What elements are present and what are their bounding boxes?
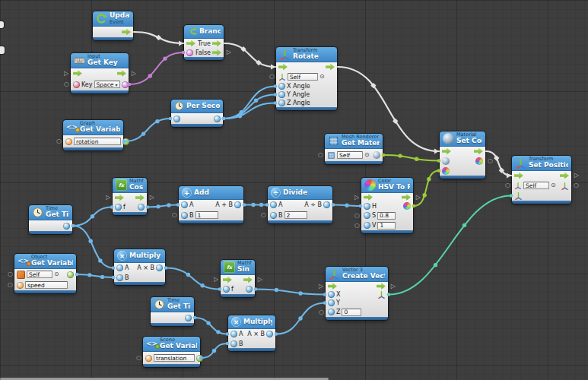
flow-port[interactable] <box>560 173 569 179</box>
node-cos[interactable]: fxMathfCos▷▷f <box>113 178 147 215</box>
flow-port[interactable] <box>135 195 145 201</box>
node-get-time-2[interactable]: TimeGet Time <box>151 297 194 326</box>
value-port-blue[interactable] <box>270 212 277 219</box>
field[interactable]: Self <box>337 151 363 159</box>
flow-port[interactable] <box>115 195 124 201</box>
vector3-port[interactable] <box>514 192 523 200</box>
value-port-blue[interactable] <box>173 116 180 122</box>
flow-port[interactable] <box>514 173 523 179</box>
field[interactable]: Self <box>523 182 549 189</box>
material-port[interactable] <box>442 157 450 165</box>
object-picker-icon[interactable]: ⊙ <box>319 74 325 80</box>
node-per-second[interactable]: Per Second <box>171 100 223 127</box>
flow-port[interactable] <box>364 194 373 201</box>
value-port-orange[interactable] <box>65 138 72 145</box>
value-port-blue[interactable] <box>266 331 273 337</box>
value-port-blue[interactable] <box>181 212 188 219</box>
value-port-blue[interactable] <box>230 340 237 347</box>
value-port-pink[interactable] <box>122 81 129 88</box>
node-get-variable-rotation[interactable]: <>GraphGet Variablerotation○ <box>63 120 123 150</box>
field[interactable]: Self <box>27 271 52 278</box>
node-add[interactable]: +AddAA + BB1○ <box>179 186 243 223</box>
field[interactable]: 0.8 <box>377 212 396 220</box>
field[interactable]: Space▾ <box>94 81 120 88</box>
value-port-blue[interactable] <box>223 286 230 293</box>
field[interactable]: 2 <box>284 211 307 219</box>
flow-port[interactable] <box>186 40 195 47</box>
flow-port[interactable] <box>474 148 483 155</box>
object-picker-icon[interactable]: ⊙ <box>54 271 59 277</box>
value-port-blue[interactable] <box>328 299 335 306</box>
flow-port[interactable] <box>243 277 253 283</box>
node-get-variable-speed[interactable]: <>ObjectGet VariableSelf⊙○speed○ <box>14 254 76 293</box>
value-port-blue[interactable] <box>278 91 285 98</box>
flow-port[interactable] <box>212 40 221 47</box>
node-hsv-to-rgb[interactable]: ColorHSV To RGB▷▷HS0.8○V1○ <box>361 178 413 233</box>
node-get-material[interactable]: Mesh RendererGet MaterialSelf⊙○ <box>325 134 383 164</box>
value-port-blue[interactable] <box>270 201 277 208</box>
node-sin[interactable]: fxMathfSin▷▷f <box>221 260 255 297</box>
value-port-blue[interactable] <box>116 264 123 271</box>
value-port-blue[interactable] <box>364 203 370 210</box>
value-port-blue[interactable] <box>116 274 123 281</box>
object-picker-icon[interactable]: ⊙ <box>364 152 370 158</box>
value-port-blue[interactable] <box>246 286 253 293</box>
value-port-key[interactable] <box>73 81 80 88</box>
value-port-orange[interactable] <box>145 355 152 362</box>
node-multiply-2[interactable]: ×MultiplyAA × BB <box>228 315 275 351</box>
node-set-color[interactable]: MaterialSet Color○ <box>440 131 485 179</box>
material-port[interactable] <box>373 151 380 159</box>
field[interactable]: Self <box>288 73 318 81</box>
color-port[interactable] <box>403 202 411 210</box>
value-port-blue[interactable] <box>234 201 241 208</box>
field[interactable]: 1 <box>195 211 218 219</box>
field[interactable]: rotation <box>74 138 121 145</box>
flow-port[interactable] <box>278 64 288 71</box>
field[interactable]: translation <box>154 354 195 362</box>
flow-port[interactable] <box>402 194 411 201</box>
node-get-key[interactable]: InputGet Key▷▷KeySpace▾○ <box>71 53 129 93</box>
field[interactable]: speed <box>25 281 68 289</box>
flow-port[interactable] <box>442 148 451 155</box>
value-port-blue[interactable] <box>63 223 70 230</box>
flow-port[interactable] <box>328 283 337 290</box>
value-port-blue[interactable] <box>364 212 370 219</box>
value-port-blue[interactable] <box>185 315 192 321</box>
node-set-position[interactable]: TransformSet Position▷Self⊙○○ <box>512 156 571 204</box>
vector3-port[interactable] <box>377 290 386 299</box>
value-port-blue[interactable] <box>278 83 285 90</box>
flow-port[interactable] <box>212 49 221 56</box>
value-port-blue[interactable] <box>328 291 335 298</box>
value-port-blue[interactable] <box>278 100 285 106</box>
object-picker-icon[interactable]: ⊙ <box>551 182 556 188</box>
value-port-orange[interactable] <box>17 282 24 289</box>
value-port-blue[interactable] <box>328 309 335 315</box>
flow-port[interactable] <box>377 283 386 290</box>
flow-port[interactable] <box>223 277 232 283</box>
value-port-blue[interactable] <box>138 204 145 211</box>
node-get-time-1[interactable]: TimeGet Time <box>29 205 72 234</box>
flow-port[interactable] <box>326 64 335 71</box>
node-multiply-1[interactable]: ×MultiplyAA × BB <box>114 249 165 285</box>
value-port-blue[interactable] <box>115 204 122 211</box>
value-port-blue[interactable] <box>156 264 163 271</box>
node-branch[interactable]: BranchTrueFalse▷ <box>184 25 224 60</box>
value-port-blue[interactable] <box>323 201 330 208</box>
node-rotate[interactable]: TransformRotateSelf⊙○X AngleY AngleZ Ang… <box>276 47 337 110</box>
value-port-blue[interactable] <box>364 222 370 229</box>
field[interactable]: 0 <box>342 309 361 316</box>
node-update-event[interactable]: UpdateEvent <box>93 11 133 40</box>
value-port-blue[interactable] <box>181 201 188 208</box>
value-port-green[interactable] <box>67 271 74 278</box>
node-create-vector-3[interactable]: Vector 3Create Vector 3▷▷XYZ0○ <box>326 267 388 320</box>
flow-port[interactable] <box>117 70 126 77</box>
color-port[interactable] <box>442 167 450 175</box>
flow-port[interactable] <box>73 70 82 77</box>
flow-port[interactable] <box>122 29 131 36</box>
node-divide[interactable]: ÷DivideAA ÷ BB2○ <box>268 186 332 223</box>
color-port[interactable] <box>475 157 483 165</box>
value-port-blue[interactable] <box>214 116 221 122</box>
graph-canvas[interactable]: UpdateEventInputGet Key▷▷KeySpace▾○Branc… <box>0 0 588 380</box>
node-get-variable-translation[interactable]: <>SceneGet Variabletranslation○ <box>143 337 200 367</box>
value-port-pink[interactable] <box>186 49 193 56</box>
